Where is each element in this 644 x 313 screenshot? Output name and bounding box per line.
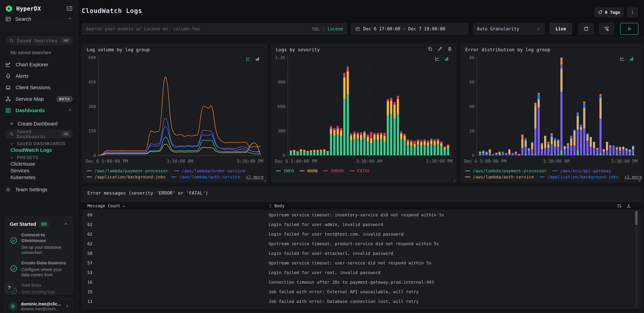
get-started-item-add-data[interactable]: Add Data Start sending logs, metrics, or…	[10, 283, 68, 295]
sidebar-item-search[interactable]: Search	[0, 14, 78, 24]
legend-more-link[interactable]: +1 more	[246, 174, 264, 179]
panel-resize-handle[interactable]	[264, 179, 266, 182]
sidebar-item-chart-explorer[interactable]: Chart Explorer	[0, 59, 78, 70]
svg-text:900: 900	[278, 80, 285, 84]
table-row[interactable]: 62Login failed for user admin, invalid p…	[82, 220, 642, 229]
sidebar-item-cloudwatch-logs[interactable]: CloudWatch Logs	[10, 148, 52, 153]
sidebar-item-label: Dashboards	[16, 108, 45, 113]
help-button[interactable]: ?	[4, 283, 14, 293]
column-header-message-count[interactable]: Message Count	[82, 203, 268, 208]
sidebar-item-clickhouse[interactable]: ClickHouse	[10, 161, 35, 167]
drag-handle-icon[interactable]	[268, 204, 272, 208]
sidebar-item-team-settings[interactable]: Team Settings	[0, 185, 78, 194]
sql-toggle[interactable]: SQL	[312, 26, 320, 31]
table-row[interactable]: 16Connection timeout after 30s to paymen…	[82, 277, 642, 287]
user-profile[interactable]: D dominic.tran@clic... dominic.tran@clic…	[5, 299, 73, 313]
chart-dots-icon	[5, 62, 11, 68]
saved-searches-input[interactable]: Saved Searches ⌘K	[5, 36, 73, 45]
panel-error-messages: Error messages (severity 'ERROR' or 'FAT…	[82, 186, 642, 309]
run-query-button[interactable]	[620, 23, 638, 35]
table-row[interactable]: 58Login failed for user attacker1, inval…	[82, 249, 642, 258]
get-started-item-sources[interactable]: Create Data Sources Configure where your…	[10, 260, 68, 277]
get-started-item-connect[interactable]: Connect to ClickHouse Set up your databa…	[10, 232, 68, 255]
line-view-icon[interactable]	[620, 56, 625, 62]
hierarchy-icon	[5, 96, 11, 102]
live-button[interactable]: Live	[550, 23, 572, 35]
table-row[interactable]: 69Upstream service timeout: inventory-se…	[82, 210, 642, 220]
panel-title: Error distribution by log group	[465, 47, 550, 52]
table-row[interactable]: 15Job failed with error: External API un…	[82, 287, 642, 297]
search-icon	[9, 38, 14, 43]
svg-text:600: 600	[88, 55, 96, 60]
get-started-title: Get Started	[10, 221, 36, 227]
cell-message-count: 62	[82, 232, 268, 237]
chart-legend: /aws/lambda/payment-processor/aws/ecs/ap…	[465, 168, 638, 180]
bar-view-icon[interactable]	[254, 56, 260, 62]
legend-more-link[interactable]: +1 more	[624, 174, 642, 179]
tags-button[interactable]: 0 Tags	[594, 7, 624, 17]
event-search-bar[interactable]: SQL | Lucene	[82, 23, 347, 35]
panel-resize-handle[interactable]	[452, 179, 455, 182]
sidebar-item-dashboards[interactable]: Dashboards	[0, 105, 78, 116]
table-row[interactable]: 53Login failed for user root, invalid pa…	[82, 268, 642, 277]
svg-text:300: 300	[278, 129, 285, 133]
search-input[interactable]	[86, 26, 309, 31]
cell-message-count: 57	[82, 261, 268, 265]
sort-desc-icon	[122, 204, 126, 208]
chevron-up-icon[interactable]	[63, 221, 68, 227]
delete-icon[interactable]	[447, 46, 452, 51]
sidebar-item-client-sessions[interactable]: Client Sessions	[0, 82, 78, 93]
table-body: 69Upstream service timeout: inventory-se…	[82, 210, 642, 306]
svg-text:0: 0	[283, 153, 285, 158]
create-dashboard-label: Create Dashboard	[18, 121, 58, 127]
download-icon[interactable]	[626, 203, 631, 208]
svg-text:3:30:00 AM: 3:30:00 AM	[167, 159, 193, 164]
bar-view-icon[interactable]	[629, 56, 634, 62]
panel-menu-button[interactable]	[627, 7, 638, 17]
filter-button[interactable]	[599, 23, 614, 35]
wrap-text-icon[interactable]	[617, 203, 622, 208]
refresh-button[interactable]	[578, 23, 594, 35]
table-row[interactable]: 11Job failed with error: Database connec…	[82, 297, 642, 306]
chevron-right-icon	[64, 304, 70, 309]
create-dashboard-button[interactable]: Create Dashboard	[0, 120, 78, 128]
column-header-body[interactable]: Body	[268, 203, 284, 208]
sidebar-item-services[interactable]: Services	[10, 168, 29, 173]
sidebar-item-kubernetes[interactable]: Kubernetes	[10, 175, 36, 180]
svg-text:5:30:00 PM: 5:30:00 PM	[426, 159, 452, 164]
table-row[interactable]: 57Upstream service timeout: user-service…	[82, 258, 642, 268]
chevron-up-icon[interactable]	[68, 16, 73, 22]
line-view-icon[interactable]	[435, 56, 440, 62]
legend-item: /aws/lambda/order-service	[174, 168, 245, 173]
cell-message-count: 53	[82, 270, 268, 275]
presets-group-header[interactable]: PRESETS	[10, 155, 38, 160]
lucene-toggle[interactable]: Lucene	[328, 26, 343, 31]
saved-dashboards-placeholder: Saved Dashboards	[17, 129, 59, 139]
duplicate-icon[interactable]	[428, 46, 433, 51]
svg-text:40: 40	[469, 104, 474, 109]
sidebar-item-alerts[interactable]: Alerts	[0, 70, 78, 82]
tag-icon	[598, 10, 602, 15]
cell-body: Upstream service timeout: product-servic…	[268, 241, 439, 246]
table-row[interactable]: 62Upstream service timeout: product-serv…	[82, 239, 642, 249]
panel-title: Logs by severity	[276, 47, 320, 52]
sidebar-item-service-map[interactable]: Service Map BETA	[0, 93, 78, 105]
group-title: SAVED DASHBOARDS	[17, 141, 66, 146]
line-chart: 0150300450600Dec 6 5:00:00 PM3:30:00 AM5…	[85, 54, 264, 167]
time-range-picker[interactable]: Dec 6 17:00:00 - Dec 7 18:00:00	[351, 23, 468, 35]
panel-resize-handle[interactable]	[638, 179, 640, 182]
line-view-icon[interactable]	[246, 56, 251, 62]
panel-log-volume: Log volume by log group 0150300450600Dec…	[82, 43, 268, 183]
chart-legend: INFOWARNERRORFATAL	[276, 168, 453, 174]
scrollbar-thumb[interactable]	[635, 211, 638, 225]
sidebar-collapse-button[interactable]	[66, 5, 73, 12]
cell-body: Upstream service timeout: inventory-serv…	[268, 212, 444, 217]
table-row[interactable]: 62Login failed for user test@test.com, i…	[82, 229, 642, 239]
chevron-up-icon[interactable]	[68, 107, 73, 114]
granularity-select[interactable]: Auto Granularity	[473, 23, 545, 35]
legend-item: /aws/lambda/auth-service	[465, 174, 534, 179]
edit-icon[interactable]	[438, 46, 442, 51]
bar-view-icon[interactable]	[444, 56, 449, 62]
saved-dashboards-input[interactable]: Saved Dashboards ⌘K	[5, 130, 73, 139]
saved-dashboards-group-header[interactable]: SAVED DASHBOARDS	[10, 141, 66, 146]
